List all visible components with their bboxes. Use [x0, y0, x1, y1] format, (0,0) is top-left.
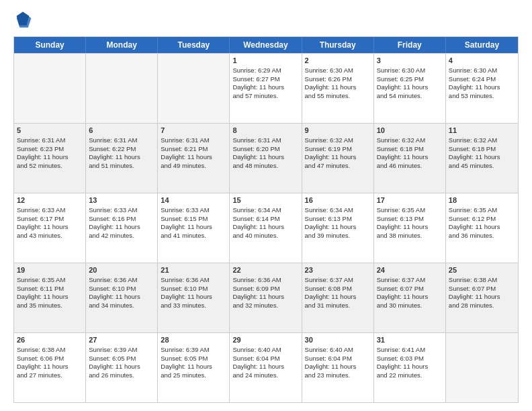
day-number: 12	[17, 195, 83, 205]
calendar-cell: 13Sunrise: 6:33 AM Sunset: 6:16 PM Dayli…	[86, 193, 158, 263]
day-number: 26	[17, 335, 83, 345]
day-info: Sunrise: 6:35 AM Sunset: 6:13 PM Dayligh…	[377, 206, 429, 239]
day-number: 25	[449, 265, 515, 275]
calendar-row: 1Sunrise: 6:29 AM Sunset: 6:27 PM Daylig…	[14, 53, 518, 123]
day-info: Sunrise: 6:37 AM Sunset: 6:07 PM Dayligh…	[377, 276, 429, 309]
weekday-header: Saturday	[446, 37, 518, 53]
calendar-cell: 10Sunrise: 6:32 AM Sunset: 6:18 PM Dayli…	[374, 124, 446, 193]
logo	[13, 11, 35, 30]
calendar-cell: 5Sunrise: 6:31 AM Sunset: 6:23 PM Daylig…	[14, 124, 86, 193]
day-info: Sunrise: 6:30 AM Sunset: 6:24 PM Dayligh…	[449, 66, 500, 99]
page: SundayMondayTuesdayWednesdayThursdayFrid…	[0, 0, 532, 411]
calendar-cell: 12Sunrise: 6:33 AM Sunset: 6:17 PM Dayli…	[14, 193, 86, 263]
day-info: Sunrise: 6:41 AM Sunset: 6:03 PM Dayligh…	[377, 346, 429, 379]
weekday-header: Tuesday	[158, 37, 230, 53]
day-info: Sunrise: 6:34 AM Sunset: 6:13 PM Dayligh…	[305, 206, 357, 239]
weekday-header: Friday	[374, 37, 446, 53]
calendar-cell: 14Sunrise: 6:33 AM Sunset: 6:15 PM Dayli…	[158, 193, 230, 263]
day-number: 4	[449, 56, 515, 66]
calendar-cell: 16Sunrise: 6:34 AM Sunset: 6:13 PM Dayli…	[302, 193, 374, 263]
calendar-cell: 18Sunrise: 6:35 AM Sunset: 6:12 PM Dayli…	[446, 193, 518, 263]
calendar-cell: 1Sunrise: 6:29 AM Sunset: 6:27 PM Daylig…	[230, 54, 302, 123]
day-info: Sunrise: 6:34 AM Sunset: 6:14 PM Dayligh…	[232, 206, 284, 239]
calendar-cell: 11Sunrise: 6:32 AM Sunset: 6:18 PM Dayli…	[446, 124, 518, 193]
day-info: Sunrise: 6:30 AM Sunset: 6:26 PM Dayligh…	[305, 66, 357, 99]
day-number: 7	[161, 126, 226, 136]
day-info: Sunrise: 6:35 AM Sunset: 6:11 PM Dayligh…	[17, 276, 69, 309]
calendar-cell: 17Sunrise: 6:35 AM Sunset: 6:13 PM Dayli…	[374, 193, 446, 263]
day-info: Sunrise: 6:32 AM Sunset: 6:18 PM Dayligh…	[377, 136, 429, 169]
day-number: 3	[377, 56, 443, 66]
calendar-cell: 23Sunrise: 6:37 AM Sunset: 6:08 PM Dayli…	[302, 263, 374, 332]
day-info: Sunrise: 6:31 AM Sunset: 6:20 PM Dayligh…	[232, 136, 284, 169]
day-number: 31	[377, 335, 443, 345]
calendar-cell: 25Sunrise: 6:38 AM Sunset: 6:07 PM Dayli…	[446, 263, 518, 332]
day-info: Sunrise: 6:36 AM Sunset: 6:10 PM Dayligh…	[161, 276, 212, 309]
calendar-cell	[86, 54, 158, 123]
day-info: Sunrise: 6:33 AM Sunset: 6:15 PM Dayligh…	[161, 206, 212, 239]
day-info: Sunrise: 6:35 AM Sunset: 6:12 PM Dayligh…	[449, 206, 500, 239]
day-number: 13	[89, 195, 154, 205]
day-info: Sunrise: 6:39 AM Sunset: 6:05 PM Dayligh…	[89, 346, 140, 379]
calendar-cell: 3Sunrise: 6:30 AM Sunset: 6:25 PM Daylig…	[374, 54, 446, 123]
calendar-cell: 2Sunrise: 6:30 AM Sunset: 6:26 PM Daylig…	[302, 54, 374, 123]
calendar-cell: 19Sunrise: 6:35 AM Sunset: 6:11 PM Dayli…	[14, 263, 86, 332]
day-info: Sunrise: 6:36 AM Sunset: 6:09 PM Dayligh…	[232, 276, 284, 309]
day-info: Sunrise: 6:29 AM Sunset: 6:27 PM Dayligh…	[232, 66, 284, 99]
weekday-header: Sunday	[14, 37, 86, 53]
day-info: Sunrise: 6:33 AM Sunset: 6:16 PM Dayligh…	[89, 206, 140, 239]
day-number: 6	[89, 126, 154, 136]
weekday-header: Thursday	[302, 37, 374, 53]
calendar-row: 12Sunrise: 6:33 AM Sunset: 6:17 PM Dayli…	[14, 193, 518, 263]
day-number: 23	[305, 265, 371, 275]
day-number: 21	[161, 265, 226, 275]
calendar-cell: 26Sunrise: 6:38 AM Sunset: 6:06 PM Dayli…	[14, 333, 86, 402]
calendar-cell: 4Sunrise: 6:30 AM Sunset: 6:24 PM Daylig…	[446, 54, 518, 123]
day-number: 22	[232, 265, 298, 275]
calendar: SundayMondayTuesdayWednesdayThursdayFrid…	[13, 36, 519, 403]
calendar-cell: 7Sunrise: 6:31 AM Sunset: 6:21 PM Daylig…	[158, 124, 230, 193]
day-number: 24	[377, 265, 443, 275]
calendar-cell	[446, 333, 518, 402]
day-info: Sunrise: 6:32 AM Sunset: 6:18 PM Dayligh…	[449, 136, 500, 169]
day-info: Sunrise: 6:40 AM Sunset: 6:04 PM Dayligh…	[305, 346, 357, 379]
calendar-cell: 8Sunrise: 6:31 AM Sunset: 6:20 PM Daylig…	[230, 124, 302, 193]
calendar-cell: 20Sunrise: 6:36 AM Sunset: 6:10 PM Dayli…	[86, 263, 158, 332]
day-info: Sunrise: 6:36 AM Sunset: 6:10 PM Dayligh…	[89, 276, 140, 309]
calendar-row: 26Sunrise: 6:38 AM Sunset: 6:06 PM Dayli…	[14, 332, 518, 402]
day-info: Sunrise: 6:38 AM Sunset: 6:06 PM Dayligh…	[17, 346, 69, 379]
day-number: 17	[377, 195, 443, 205]
day-info: Sunrise: 6:31 AM Sunset: 6:21 PM Dayligh…	[161, 136, 212, 169]
day-info: Sunrise: 6:31 AM Sunset: 6:22 PM Dayligh…	[89, 136, 140, 169]
header	[13, 11, 519, 30]
day-number: 18	[449, 195, 515, 205]
day-number: 10	[377, 126, 443, 136]
weekday-header: Monday	[86, 37, 158, 53]
day-number: 14	[161, 195, 226, 205]
day-info: Sunrise: 6:37 AM Sunset: 6:08 PM Dayligh…	[305, 276, 357, 309]
day-number: 2	[305, 56, 371, 66]
calendar-cell	[14, 54, 86, 123]
calendar-cell: 27Sunrise: 6:39 AM Sunset: 6:05 PM Dayli…	[86, 333, 158, 402]
weekday-header: Wednesday	[230, 37, 302, 53]
day-info: Sunrise: 6:30 AM Sunset: 6:25 PM Dayligh…	[377, 66, 429, 99]
day-number: 11	[449, 126, 515, 136]
day-info: Sunrise: 6:39 AM Sunset: 6:05 PM Dayligh…	[161, 346, 212, 379]
day-number: 28	[161, 335, 226, 345]
day-number: 5	[17, 126, 83, 136]
calendar-cell	[158, 54, 230, 123]
calendar-cell: 6Sunrise: 6:31 AM Sunset: 6:22 PM Daylig…	[86, 124, 158, 193]
day-info: Sunrise: 6:32 AM Sunset: 6:19 PM Dayligh…	[305, 136, 357, 169]
calendar-cell: 22Sunrise: 6:36 AM Sunset: 6:09 PM Dayli…	[230, 263, 302, 332]
day-number: 8	[232, 126, 298, 136]
calendar-cell: 29Sunrise: 6:40 AM Sunset: 6:04 PM Dayli…	[230, 333, 302, 402]
day-number: 30	[305, 335, 371, 345]
day-number: 9	[305, 126, 371, 136]
day-info: Sunrise: 6:31 AM Sunset: 6:23 PM Dayligh…	[17, 136, 69, 169]
day-info: Sunrise: 6:38 AM Sunset: 6:07 PM Dayligh…	[449, 276, 500, 309]
day-number: 1	[232, 56, 298, 66]
day-info: Sunrise: 6:33 AM Sunset: 6:17 PM Dayligh…	[17, 206, 69, 239]
calendar-cell: 15Sunrise: 6:34 AM Sunset: 6:14 PM Dayli…	[230, 193, 302, 263]
calendar-row: 5Sunrise: 6:31 AM Sunset: 6:23 PM Daylig…	[14, 123, 518, 193]
calendar-cell: 24Sunrise: 6:37 AM Sunset: 6:07 PM Dayli…	[374, 263, 446, 332]
